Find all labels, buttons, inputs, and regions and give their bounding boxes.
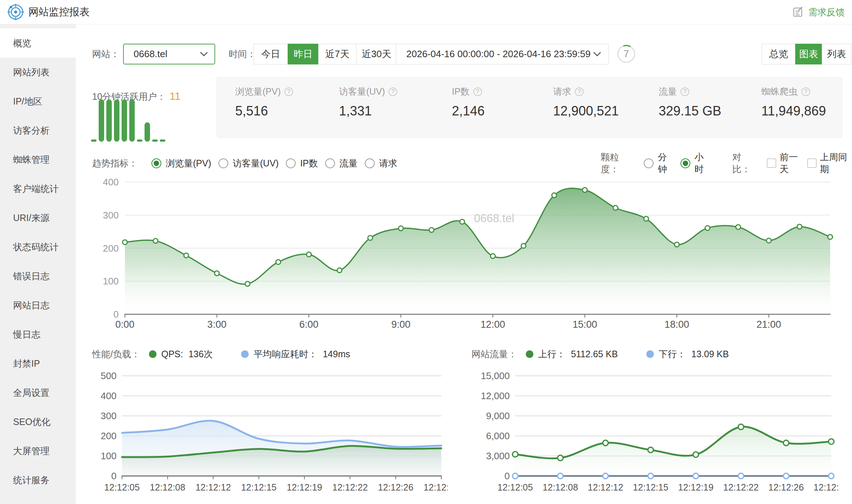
checkbox-label: 前一天 (780, 151, 804, 175)
stat-cell-2: IP数?2,146 (452, 78, 485, 119)
legend-item-label: 平均响应耗时： (253, 348, 317, 360)
stat-value: 2,146 (452, 103, 485, 119)
metric-radio-0[interactable]: 浏览量(PV) (151, 157, 211, 169)
svg-text:12:12:19: 12:12:19 (287, 482, 322, 492)
stat-cell-1: 访客量(UV)?1,331 (339, 78, 397, 119)
stat-label: IP数 (452, 86, 470, 98)
svg-text:12:12:29: 12:12:29 (813, 482, 838, 492)
sidebar-item-14[interactable]: 大屏管理 (0, 436, 76, 465)
metric-radio-4[interactable]: 请求 (365, 157, 397, 169)
app-header: 网站监控报表 需求反馈 (0, 0, 852, 24)
help-icon[interactable]: ? (388, 87, 397, 96)
sidebar-item-8[interactable]: 错误日志 (0, 261, 76, 291)
chevron-down-icon (200, 52, 208, 56)
legend-item-value: 5112.65 KB (571, 349, 618, 359)
legend-item-0: QPS:136次 (149, 348, 213, 360)
granularity-radio-1[interactable]: 小时 (681, 151, 710, 175)
svg-text:12:12:15: 12:12:15 (633, 482, 668, 492)
stat-label: 访客量(UV) (339, 86, 385, 98)
svg-text:3:00: 3:00 (207, 319, 226, 330)
date-range-value: 2026-04-16 00:00:00 - 2026-04-16 23:59:5… (406, 48, 591, 60)
traffic-legend: 网站流量：上行：5112.65 KB下行：13.09 KB (472, 346, 729, 362)
time-range-button-2[interactable]: 近7天 (318, 44, 356, 64)
stat-label-row: 蜘蛛爬虫? (761, 86, 826, 98)
help-icon[interactable]: ? (681, 87, 689, 96)
view-mode-group: 总览图表列表 (762, 44, 851, 64)
sidebar-item-12[interactable]: 全局设置 (0, 378, 76, 407)
sidebar-item-9[interactable]: 网站日志 (0, 291, 76, 320)
sidebar-item-4[interactable]: 蜘蛛管理 (0, 145, 76, 174)
help-icon[interactable]: ? (801, 87, 810, 96)
view-mode-button-2[interactable]: 列表 (822, 44, 851, 64)
active-users-bar (106, 99, 112, 142)
sidebar-item-7[interactable]: 状态码统计 (0, 232, 76, 261)
time-range-button-0[interactable]: 今日 (253, 44, 288, 64)
sidebar-item-1[interactable]: 网站列表 (0, 58, 76, 87)
legend-item-1: 下行：13.09 KB (646, 348, 729, 360)
stat-cell-0: 浏览量(PV)?5,516 (235, 78, 293, 119)
stat-label: 请求 (553, 86, 571, 98)
sidebar: 概览网站列表IP/地区访客分析蜘蛛管理客户端统计URI/来源状态码统计错误日志网… (0, 24, 76, 504)
active-users-value: 11 (170, 90, 181, 102)
svg-text:12:12:26: 12:12:26 (378, 482, 413, 492)
help-icon[interactable]: ? (473, 87, 482, 96)
time-label: 时间： (229, 44, 256, 64)
svg-text:15,000: 15,000 (481, 370, 510, 381)
compare-checkbox-1[interactable]: 上周同期 (807, 151, 852, 175)
countdown-value: 7 (617, 44, 636, 63)
stat-cell-4: 流量?329.15 GB (659, 78, 721, 119)
sidebar-item-11[interactable]: 封禁IP (0, 349, 76, 378)
svg-text:100: 100 (101, 450, 117, 461)
svg-text:9:00: 9:00 (391, 319, 411, 330)
sidebar-item-10[interactable]: 慢日志 (0, 320, 76, 349)
help-icon[interactable]: ? (284, 87, 293, 96)
active-users-bar (145, 122, 150, 142)
stat-value: 12,900,521 (553, 103, 619, 119)
svg-text:12,000: 12,000 (481, 390, 510, 401)
performance-chart: 010020030040050012:12:0512:12:0812:12:12… (91, 370, 448, 497)
traffic-chart: 03,0006,0009,00012,00015,00012:12:0512:1… (477, 370, 838, 497)
radio-label: 小时 (695, 151, 710, 175)
svg-text:400: 400 (103, 177, 119, 188)
granularity-radio-0[interactable]: 分钟 (644, 151, 673, 175)
metric-radio-2[interactable]: IP数 (286, 157, 318, 169)
time-range-button-3[interactable]: 近30天 (356, 44, 397, 64)
svg-text:0: 0 (505, 470, 510, 481)
svg-text:12:12:29: 12:12:29 (423, 482, 448, 492)
sidebar-item-5[interactable]: 客户端统计 (0, 174, 76, 203)
trend-metric-controls: 趋势指标： 浏览量(PV)访客量(UV)IP数流量请求 (92, 155, 397, 171)
stat-label: 蜘蛛爬虫 (761, 86, 798, 98)
compare-checkbox-0[interactable]: 前一天 (767, 151, 804, 175)
sidebar-item-3[interactable]: 访客分析 (0, 116, 76, 145)
radio-label: 分钟 (658, 151, 673, 175)
svg-text:6,000: 6,000 (486, 430, 510, 441)
legend-dot-icon (149, 350, 157, 358)
metric-radio-1[interactable]: 访客量(UV) (218, 157, 279, 169)
sidebar-item-2[interactable]: IP/地区 (0, 87, 76, 116)
sidebar-item-13[interactable]: SEO优化 (0, 407, 76, 436)
checkbox-icon (767, 158, 776, 168)
svg-text:12:12:08: 12:12:08 (150, 482, 185, 492)
radio-label: IP数 (300, 157, 318, 169)
radio-label: 访客量(UV) (233, 157, 279, 169)
radio-label: 请求 (379, 157, 397, 169)
feedback-link[interactable]: 需求反馈 (792, 0, 845, 24)
compare-label: 对比： (732, 151, 757, 175)
active-users-bar (122, 99, 127, 142)
view-mode-button-1[interactable]: 图表 (795, 44, 822, 64)
metric-radio-3[interactable]: 流量 (325, 157, 358, 169)
time-range-button-1[interactable]: 昨日 (288, 44, 319, 64)
svg-text:12:12:12: 12:12:12 (588, 482, 623, 492)
sidebar-item-15[interactable]: 统计服务 (0, 465, 76, 495)
active-users-bar (137, 139, 142, 142)
legend-dot-icon (526, 350, 533, 358)
site-select[interactable]: 0668.tel (123, 44, 215, 64)
view-mode-button-0[interactable]: 总览 (762, 44, 796, 64)
sidebar-item-6[interactable]: URI/来源 (0, 203, 76, 232)
date-range-picker[interactable]: 2026-04-16 00:00:00 - 2026-04-16 23:59:5… (396, 44, 609, 64)
help-icon[interactable]: ? (575, 87, 584, 96)
radio-icon (151, 158, 161, 168)
stat-label-row: IP数? (452, 86, 485, 98)
sidebar-item-0[interactable]: 概览 (0, 28, 76, 58)
active-users-bar (91, 139, 96, 142)
